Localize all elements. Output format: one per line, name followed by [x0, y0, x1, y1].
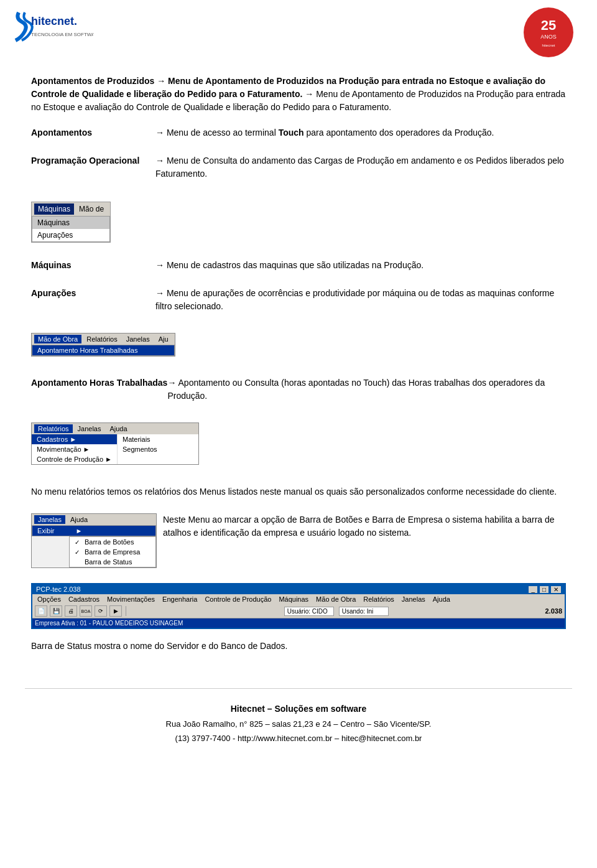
- page-header: hitecnet. TECNOLOGIA EM SOFTWARE 25 ANOS…: [0, 0, 597, 62]
- horas-item-apontamento[interactable]: Apontamento Horas Trabalhadas: [32, 345, 174, 355]
- footer-address: Rua João Ramalho, n° 825 – salas 21,23 e…: [0, 717, 597, 731]
- janelas-menu-janelas[interactable]: Janelas: [34, 515, 65, 524]
- maquinas-item-maquinas[interactable]: Máquinas: [32, 217, 109, 229]
- footer-separator: [25, 688, 572, 689]
- apontamentos-desc: → Menu de acesso ao terminal Touch para …: [155, 126, 566, 139]
- horas-menu-janelas[interactable]: Janelas: [123, 335, 154, 343]
- pcp-menu-engenharia[interactable]: Engenharia: [160, 595, 200, 604]
- pcp-menu-opcoes[interactable]: Opções: [35, 595, 63, 604]
- hitecnet-logo-left: hitecnet. TECNOLOGIA EM SOFTWARE: [12, 6, 93, 47]
- horas-menu-relatorios[interactable]: Relatórios: [83, 335, 121, 343]
- pcp-menu-relatorios[interactable]: Relatórios: [361, 595, 397, 604]
- programacao-label: Programação Operacional: [31, 154, 155, 166]
- pcp-menu-maquinas[interactable]: Máquinas: [276, 595, 311, 604]
- pcp-window-controls: _ □ ✕: [529, 586, 561, 593]
- pcp-menu-ajuda[interactable]: Ajuda: [430, 595, 453, 604]
- apontamentos-label: Apontamentos: [31, 126, 155, 138]
- pcp-version: 2.038: [545, 607, 562, 615]
- janelas-menu-ajuda[interactable]: Ajuda: [67, 515, 91, 524]
- maquinas-item-apuracoes[interactable]: Apurações: [32, 229, 109, 241]
- horas-menu-maodeobra[interactable]: Mão de Obra: [34, 335, 81, 343]
- pcp-btn-new[interactable]: 📄: [35, 605, 47, 617]
- relatorios-menu-section: Relatórios Janelas Ajuda Cadastros ► Mov…: [31, 418, 566, 475]
- relatorios-item-controle[interactable]: Controle de Produção ►: [32, 454, 117, 464]
- pcp-btn-run[interactable]: ▶: [109, 605, 122, 617]
- janelas-barra-status[interactable]: Barra de Status: [70, 557, 155, 567]
- relatorios-item-cadastros[interactable]: Cadastros ►: [32, 434, 117, 444]
- apuracoes-desc: → Menu de apurações de ocorrências e pro…: [155, 287, 566, 313]
- pcp-screenshot: PCP-tec 2.038 _ □ ✕ Opções Cadastros Mov…: [31, 583, 566, 629]
- maquinas-menu-section: Máquinas Mão de Máquinas Apurações: [31, 195, 566, 249]
- horas-dropdown: Apontamento Horas Trabalhadas: [32, 345, 175, 356]
- pcp-title: PCP-tec 2.038: [36, 586, 81, 593]
- horas-menu-screenshot: Mão de Obra Relatórios Janelas Aju Apont…: [31, 333, 175, 357]
- footer-company: Hitecnet – Soluções em software: [0, 701, 597, 717]
- horas-menubar: Mão de Obra Relatórios Janelas Aju: [32, 334, 175, 345]
- footer-contact: (13) 3797-7400 - http://www.hitecnet.com…: [0, 731, 597, 745]
- janelas-menubar: Janelas Ajuda: [32, 514, 156, 525]
- relatorios-menubar: Relatórios Janelas Ajuda: [32, 423, 198, 434]
- apuracoes-label: Apurações: [31, 287, 155, 298]
- pcp-btn-boa[interactable]: BOA: [80, 605, 92, 617]
- janelas-item-exibir[interactable]: Exibir ►: [32, 526, 155, 536]
- relatorios-menu-janelas[interactable]: Janelas: [74, 424, 105, 433]
- pcp-close[interactable]: ✕: [551, 586, 561, 593]
- pcp-toolbar-sep: [126, 606, 126, 616]
- pcp-menu-maodeobra[interactable]: Mão de Obra: [313, 595, 358, 604]
- relatorios-item-materiais[interactable]: Materiais: [118, 434, 198, 444]
- maquinas-menu-maodeobra[interactable]: Mão de: [75, 203, 108, 215]
- horas-menu-aju[interactable]: Aju: [155, 335, 172, 343]
- svg-text:TECNOLOGIA EM SOFTWARE: TECNOLOGIA EM SOFTWARE: [31, 32, 93, 37]
- janelas-section: Janelas Ajuda Exibir ► ✓ Barra de Botões: [31, 508, 566, 573]
- janelas-barra-botoes[interactable]: ✓ Barra de Botões: [70, 537, 155, 547]
- pcp-menu-controle[interactable]: Controle de Produção: [202, 595, 274, 604]
- pcp-statusbar: Empresa Ativa : 01 - PAULO MEDEIROS USIN…: [32, 618, 565, 628]
- maquinas-desc: → Menu de cadastros das maquinas que são…: [155, 259, 566, 272]
- relatorios-dropdown-wrap: Cadastros ► Movimentação ► Controle de P…: [32, 434, 198, 464]
- apontamentos-produzidos-section: Apontamentos de Produzidos → Menu de Apo…: [31, 75, 566, 114]
- pcp-usuario-field: Usuário: CIDO: [284, 607, 334, 616]
- svg-text:ANOS: ANOS: [540, 34, 557, 40]
- janelas-dropdown: Exibir ►: [32, 525, 156, 536]
- pcp-toolbar-fields: Usuário: CIDO Usando: Ini: [130, 607, 542, 616]
- horas-menu-section: Mão de Obra Relatórios Janelas Aju Apont…: [31, 328, 566, 366]
- pcp-menu-janelas[interactable]: Janelas: [399, 595, 428, 604]
- logo-left: hitecnet. TECNOLOGIA EM SOFTWARE: [12, 6, 93, 47]
- programacao-section: Programação Operacional → Menu de Consul…: [31, 154, 566, 180]
- apontamento-horas-label: Apontamento Horas Trabalhadas: [31, 376, 167, 388]
- janelas-barra-empresa[interactable]: ✓ Barra de Empresa: [70, 547, 155, 557]
- maquinas-menubar: Máquinas Mão de: [32, 202, 110, 216]
- maquinas-section: Máquinas → Menu de cadastros das maquina…: [31, 259, 566, 272]
- maquinas-label: Máquinas: [31, 259, 155, 270]
- pcp-menu-movimentacoes[interactable]: Movimentações: [104, 595, 157, 604]
- maquinas-menu-screenshot: Máquinas Mão de Máquinas Apurações: [31, 202, 111, 243]
- janelas-content: Janelas Ajuda Exibir ► ✓ Barra de Botões: [31, 508, 566, 573]
- apontamento-horas-section: Apontamento Horas Trabalhadas → Apontame…: [31, 376, 566, 403]
- maquinas-dropdown: Máquinas Apurações: [32, 216, 110, 242]
- maquinas-menu-maquinas[interactable]: Máquinas: [34, 203, 74, 215]
- logo-right: 25 ANOS hitecnet: [522, 6, 572, 56]
- relatorios-item-movimentacao[interactable]: Movimentação ►: [32, 444, 117, 454]
- barra-status-para: Barra de Status mostra o nome do Servido…: [31, 639, 566, 653]
- pcp-toolbar: 📄 💾 🖨 BOA ⟳ ▶ Usuário: CIDO Usando: Ini …: [32, 604, 565, 618]
- pcp-menubar: Opções Cadastros Movimentações Engenhari…: [32, 594, 565, 604]
- pcp-btn-refresh[interactable]: ⟳: [95, 605, 107, 617]
- svg-text:hitecnet: hitecnet: [542, 44, 555, 47]
- main-content: Apontamentos de Produzidos → Menu de Apo…: [0, 62, 597, 676]
- janelas-submenu: ✓ Barra de Botões ✓ Barra de Empresa Bar…: [69, 536, 156, 567]
- relatorios-menu-relatorios[interactable]: Relatórios: [34, 424, 73, 433]
- relatorios-col2: Materiais Segmentos: [118, 434, 198, 464]
- apontamentos-produzidos-text: Apontamentos de Produzidos → Menu de Apo…: [31, 76, 565, 112]
- pcp-menu-cadastros[interactable]: Cadastros: [66, 595, 102, 604]
- pcp-maximize[interactable]: □: [540, 586, 548, 593]
- pcp-btn-save[interactable]: 💾: [50, 605, 62, 617]
- relatorios-menu-ajuda[interactable]: Ajuda: [106, 424, 131, 433]
- relatorios-col1: Cadastros ► Movimentação ► Controle de P…: [32, 434, 118, 464]
- pcp-btn-print[interactable]: 🖨: [65, 605, 77, 617]
- apuracoes-section: Apurações → Menu de apurações de ocorrên…: [31, 287, 566, 313]
- hitecnet-25anos-logo: 25 ANOS hitecnet: [522, 6, 575, 59]
- relatorios-item-segmentos[interactable]: Segmentos: [118, 444, 198, 454]
- janelas-menu-screenshot: Janelas Ajuda Exibir ► ✓ Barra de Botões: [31, 513, 157, 568]
- pcp-minimize[interactable]: _: [529, 586, 537, 593]
- svg-text:hitecnet.: hitecnet.: [31, 15, 77, 27]
